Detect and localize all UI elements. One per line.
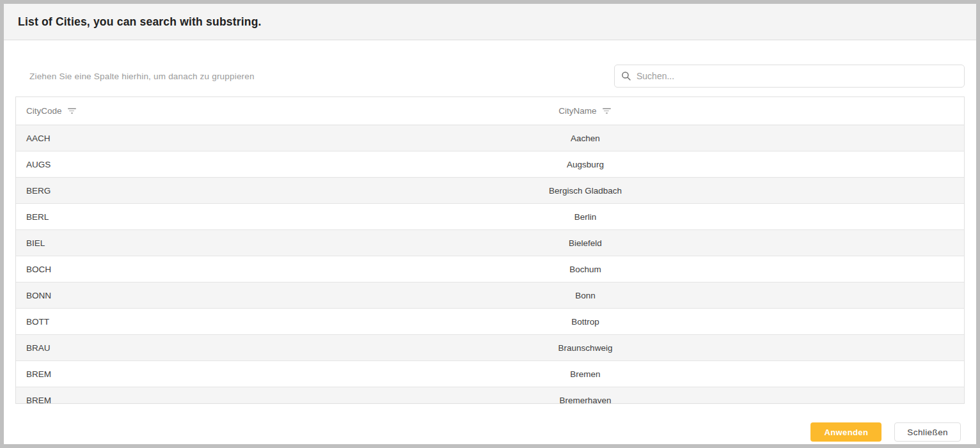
- city-name-cell: Bergisch Gladbach: [207, 186, 964, 196]
- search-box[interactable]: [614, 65, 965, 88]
- table-row[interactable]: BRAU Braunschweig: [16, 335, 964, 361]
- column-header-citycode-label: CityCode: [26, 106, 62, 116]
- city-code-cell: AUGS: [16, 160, 207, 169]
- table-row[interactable]: BONN Bonn: [16, 282, 964, 309]
- dialog-footer: Anwenden Schließen: [15, 422, 965, 442]
- cities-grid: CityCode CityName: [15, 97, 965, 404]
- apply-button[interactable]: Anwenden: [810, 422, 881, 442]
- city-name-cell: Bielefeld: [207, 238, 964, 248]
- table-row[interactable]: AUGS Augsburg: [16, 151, 964, 178]
- table-row[interactable]: BERL Berlin: [16, 204, 964, 230]
- city-code-cell: BREM: [16, 369, 207, 379]
- city-name-cell: Bonn: [207, 291, 964, 300]
- grid-rows: AACH Aachen AUGS Augsburg BERG Bergisch …: [16, 125, 964, 404]
- grid-header-row: CityCode CityName: [16, 97, 964, 125]
- city-code-cell: BERL: [16, 212, 207, 222]
- search-icon: [621, 71, 631, 81]
- column-header-cityname[interactable]: CityName: [207, 106, 964, 116]
- table-row[interactable]: AACH Aachen: [16, 125, 964, 151]
- table-row[interactable]: BOTT Bottrop: [16, 309, 964, 335]
- citycode-header-filter-icon[interactable]: [67, 107, 77, 115]
- city-name-cell: Bochum: [207, 265, 964, 274]
- close-button[interactable]: Schließen: [894, 422, 961, 442]
- city-name-cell: Bremen: [207, 369, 964, 379]
- table-row[interactable]: BREM Bremerhaven: [16, 387, 964, 404]
- city-name-cell: Braunschweig: [207, 343, 964, 353]
- table-row[interactable]: BOCH Bochum: [16, 256, 964, 282]
- cities-dialog: List of Cities, you can search with subs…: [0, 0, 980, 448]
- dialog-title: List of Cities, you can search with subs…: [18, 15, 262, 29]
- table-row[interactable]: BREM Bremen: [16, 361, 964, 387]
- city-code-cell: BIEL: [16, 238, 207, 248]
- city-name-cell: Berlin: [207, 212, 964, 222]
- city-code-cell: BREM: [16, 396, 207, 405]
- city-code-cell: BOCH: [16, 265, 207, 274]
- group-panel[interactable]: Ziehen Sie eine Spalte hierhin, um danac…: [15, 72, 255, 81]
- cityname-header-filter-icon[interactable]: [601, 107, 612, 115]
- city-code-cell: BERG: [16, 186, 207, 196]
- dialog-titlebar: List of Cities, you can search with subs…: [4, 4, 976, 40]
- table-row[interactable]: BIEL Bielefeld: [16, 230, 964, 256]
- city-name-cell: Bremerhaven: [207, 396, 964, 405]
- search-input[interactable]: [636, 71, 958, 81]
- dialog-body: Ziehen Sie eine Spalte hierhin, um danac…: [4, 40, 976, 444]
- grid-toolbar: Ziehen Sie eine Spalte hierhin, um danac…: [15, 65, 965, 88]
- city-code-cell: BOTT: [16, 317, 207, 327]
- column-header-cityname-label: CityName: [558, 106, 596, 116]
- table-row[interactable]: BERG Bergisch Gladbach: [16, 178, 964, 204]
- city-code-cell: BONN: [16, 291, 207, 300]
- city-name-cell: Augsburg: [207, 160, 964, 169]
- city-name-cell: Aachen: [207, 134, 964, 143]
- city-code-cell: AACH: [16, 134, 207, 143]
- city-name-cell: Bottrop: [207, 317, 964, 327]
- city-code-cell: BRAU: [16, 343, 207, 353]
- column-header-citycode[interactable]: CityCode: [16, 106, 207, 116]
